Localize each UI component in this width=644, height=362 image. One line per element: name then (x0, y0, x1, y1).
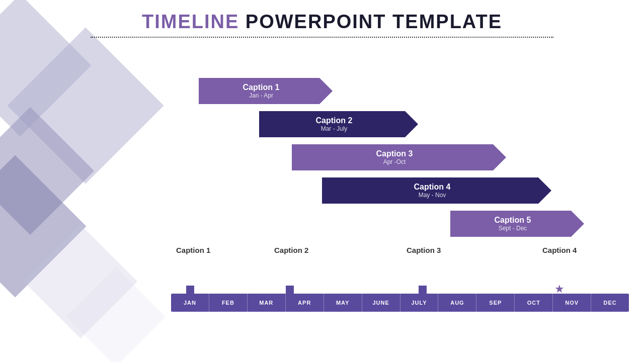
bar5-period: Sept - Dec (499, 225, 527, 232)
arrow-shape-5: Caption 5 Sept - Dec (450, 211, 584, 237)
month-oct: OCT (515, 294, 553, 312)
arrow-tip-3 (493, 144, 506, 170)
bar4-period: May - Nov (419, 192, 446, 199)
timeline-bar-1: Caption 1 Jan - Apr (199, 78, 629, 104)
arrow-tip-4 (538, 177, 551, 204)
month-apr: APR (286, 294, 324, 312)
timeline-markers: ★ (171, 279, 629, 294)
title-highlight: TIMELINE (142, 11, 239, 32)
timeline-bar-3: Caption 3 Apr -Oct (292, 144, 629, 170)
bar2-caption: Caption 2 (316, 116, 353, 125)
bar1-caption: Caption 1 (243, 82, 280, 92)
arrow-tip-2 (405, 111, 418, 137)
arrow-shape-2: Caption 2 Mar - July (259, 111, 418, 137)
page-title: TIMELINE POWERPOINT TEMPLATE (0, 11, 644, 33)
marker-2 (286, 286, 294, 294)
arrow-body-1: Caption 1 Jan - Apr (199, 78, 319, 104)
star-icon: ★ (554, 283, 565, 295)
month-feb: FEB (209, 294, 248, 312)
month-mar: MAR (248, 294, 286, 312)
timeline-section: Caption 1 Caption 2 Caption 3 Caption 4 … (171, 246, 629, 312)
arrow-body-4: Caption 4 May - Nov (322, 177, 538, 204)
arrow-shape-1: Caption 1 Jan - Apr (199, 78, 333, 104)
header-divider (91, 37, 553, 38)
arrow-tip-5 (571, 211, 584, 237)
background-decoration (0, 0, 171, 362)
month-dec: DEC (591, 294, 629, 312)
timeline-bar-4: Caption 4 May - Nov (322, 177, 629, 204)
content-area: Caption 1 Jan - Apr Caption 2 Mar - July… (171, 45, 629, 352)
timeline-caption-2: Caption 2 (274, 246, 308, 254)
timeline-bar-2: Caption 2 Mar - July (259, 111, 629, 137)
month-may: MAY (324, 294, 362, 312)
arrow-tip-1 (319, 78, 333, 104)
diamond-6 (66, 267, 166, 362)
month-sep: SEP (476, 294, 515, 312)
bar3-period: Apr -Oct (383, 158, 406, 165)
arrow-body-5: Caption 5 Sept - Dec (450, 211, 571, 237)
timeline-caption-3: Caption 3 (407, 246, 441, 254)
arrow-body-2: Caption 2 Mar - July (259, 111, 405, 137)
arrow-shape-3: Caption 3 Apr -Oct (292, 144, 506, 170)
marker-4: ★ (554, 284, 565, 295)
title-normal: POWERPOINT TEMPLATE (239, 11, 502, 32)
bar3-caption: Caption 3 (376, 149, 413, 158)
diamond-2 (7, 27, 164, 184)
month-jan: JAN (171, 294, 209, 312)
month-june: JUNE (362, 294, 400, 312)
arrow-bars: Caption 1 Jan - Apr Caption 2 Mar - July… (171, 78, 629, 244)
bar1-period: Jan - Apr (249, 92, 273, 99)
header: TIMELINE POWERPOINT TEMPLATE (0, 0, 644, 38)
month-july: JULY (400, 294, 439, 312)
timeline-bar-5: Caption 5 Sept - Dec (450, 211, 629, 237)
diamond-4 (0, 155, 86, 298)
month-aug: AUG (438, 294, 476, 312)
marker-square-1 (186, 286, 194, 294)
marker-3 (419, 286, 427, 294)
bar5-caption: Caption 5 (495, 215, 531, 225)
bar2-period: Mar - July (321, 125, 348, 132)
bar4-caption: Caption 4 (414, 182, 451, 192)
diamond-3 (0, 107, 94, 235)
month-bar: JAN FEB MAR APR MAY JUNE JULY AUG SEP OC… (171, 294, 629, 312)
marker-1 (186, 286, 194, 294)
month-nov: NOV (553, 294, 591, 312)
diamond-5 (24, 225, 137, 338)
timeline-caption-4: Caption 4 (542, 246, 577, 254)
arrow-shape-4: Caption 4 May - Nov (322, 177, 551, 204)
timeline-captions: Caption 1 Caption 2 Caption 3 Caption 4 (171, 246, 629, 261)
marker-square-3 (419, 286, 427, 294)
timeline-caption-1: Caption 1 (176, 246, 210, 254)
marker-square-2 (286, 286, 294, 294)
arrow-body-3: Caption 3 Apr -Oct (292, 144, 493, 170)
